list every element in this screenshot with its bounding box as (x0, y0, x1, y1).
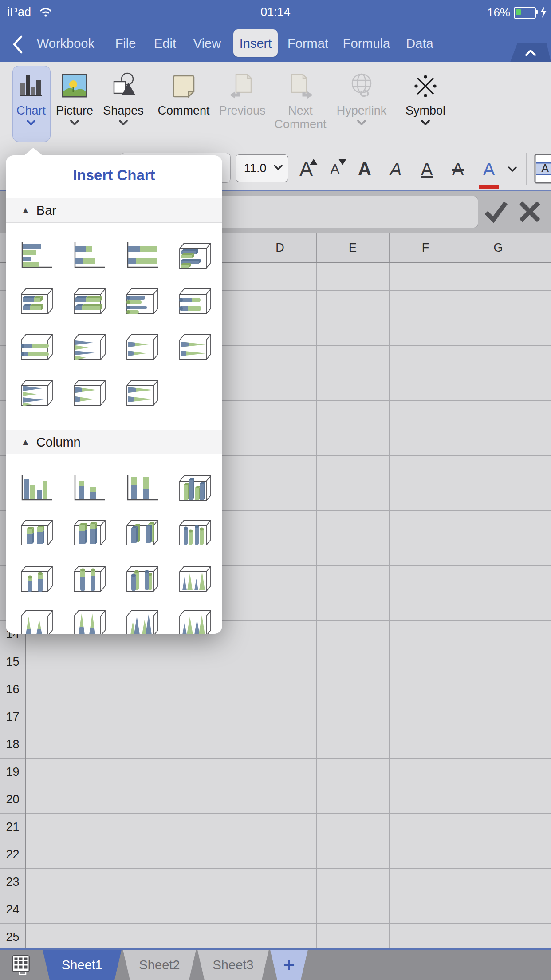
row-header-17[interactable]: 17 (0, 703, 25, 731)
chart-type-cone-column-clustered[interactable] (175, 564, 213, 596)
toolbar-divider (526, 153, 527, 185)
chart-type-cylinder-column-3d[interactable] (122, 564, 160, 596)
sheet-tab-sheet1[interactable]: Sheet1 (43, 950, 122, 980)
chart-type-cylinder-column-clustered[interactable] (175, 518, 213, 549)
tab-edit[interactable]: Edit (154, 36, 176, 51)
underline-button[interactable]: A (413, 154, 441, 185)
cancel-button[interactable] (517, 199, 542, 226)
chart-type-cone-bar-100-stacked[interactable] (175, 332, 213, 364)
back-button[interactable] (12, 35, 24, 56)
chevron-up-icon (524, 49, 537, 56)
insert-ribbon: Chart Picture Shapes Comment (0, 62, 551, 148)
battery-nub (536, 10, 538, 14)
strikethrough-button[interactable]: A (444, 154, 472, 185)
collapse-ribbon-button[interactable] (510, 43, 551, 62)
collapse-triangle-icon: ▲ (21, 437, 30, 447)
row-header-15[interactable]: 15 (0, 648, 25, 676)
chart-type-column-3d-100-stacked[interactable] (70, 518, 107, 549)
chevron-down-icon (328, 119, 395, 127)
collapse-triangle-icon: ▲ (21, 205, 30, 216)
chart-type-cone-bar-stacked[interactable] (122, 332, 160, 364)
tab-workbook[interactable]: Workbook (37, 36, 94, 51)
tab-view[interactable]: View (193, 36, 221, 51)
decrease-font-size-button[interactable]: A (321, 154, 349, 185)
next-comment-icon (267, 67, 334, 99)
tab-formula[interactable]: Formula (343, 36, 390, 51)
column-header-F[interactable]: F (389, 233, 462, 262)
sheet-grid-view-icon[interactable] (12, 955, 32, 977)
clock: 01:14 (0, 5, 551, 19)
font-color-swatch (479, 185, 499, 189)
column-header-E[interactable]: E (316, 233, 389, 262)
chart-type-cone-column-3d[interactable] (122, 608, 160, 634)
chart-type-pyramid-bar-clustered[interactable] (17, 378, 54, 410)
chart-type-bar-3d-100-stacked[interactable] (70, 286, 107, 318)
cell-text-format-button[interactable]: A (534, 154, 551, 186)
chart-type-column-3d-clustered[interactable] (175, 473, 213, 505)
column-header-G[interactable]: G (462, 233, 535, 262)
row-header-22[interactable]: 22 (0, 841, 25, 868)
comment-note-icon (150, 67, 217, 99)
chart-type-bar-clustered[interactable] (17, 241, 54, 273)
chart-type-pyramid-column-clustered[interactable] (175, 608, 213, 634)
sheet-tab-sheet2[interactable]: Sheet2 (123, 950, 196, 980)
font-size-dropdown[interactable]: 11.0 (236, 154, 288, 182)
font-color-chevron[interactable] (498, 154, 527, 185)
tab-file[interactable]: File (115, 36, 136, 51)
row-header-24[interactable]: 24 (0, 896, 25, 923)
globe-link-icon (328, 67, 395, 99)
chart-type-pyramid-bar-100-stacked[interactable] (122, 378, 160, 410)
bold-button[interactable]: A (350, 154, 379, 185)
sheet-bar: Sheet1Sheet2Sheet3+ (0, 950, 551, 980)
chart-type-bar-100-stacked[interactable] (122, 241, 160, 273)
chart-type-pyramid-bar-stacked[interactable] (70, 378, 107, 410)
italic-button[interactable]: A (382, 154, 410, 185)
symbol-button[interactable]: Symbol (392, 67, 459, 127)
section-header-column[interactable]: ▲ Column (6, 430, 222, 454)
chart-type-cone-column-stacked[interactable] (17, 608, 54, 634)
chevron-down-icon (274, 164, 283, 172)
chart-type-bar-3d-clustered[interactable] (175, 241, 213, 273)
hyperlink-button: Hyperlink (328, 67, 395, 127)
row-header-20[interactable]: 20 (0, 786, 25, 813)
chart-type-bar-stacked[interactable] (70, 241, 107, 273)
chart-type-cone-column-100-stacked[interactable] (70, 608, 107, 634)
chart-type-cylinder-bar-clustered[interactable] (122, 286, 160, 318)
tab-insert[interactable]: Insert (240, 36, 272, 51)
chart-type-cylinder-column-stacked[interactable] (17, 564, 54, 596)
row-header-16[interactable]: 16 (0, 676, 25, 703)
reference-mark-icon (392, 67, 459, 99)
chart-type-cone-bar-clustered[interactable] (70, 332, 107, 364)
accept-button[interactable] (484, 199, 508, 226)
tab-format[interactable]: Format (287, 36, 328, 51)
shapes-button[interactable]: Shapes (90, 67, 157, 127)
chart-type-cylinder-bar-100-stacked[interactable] (17, 332, 54, 364)
chart-type-column-100-stacked[interactable] (122, 473, 160, 505)
svg-text:A: A (541, 162, 549, 175)
tab-data[interactable]: Data (406, 36, 433, 51)
row-header-18[interactable]: 18 (0, 731, 25, 758)
section-header-bar[interactable]: ▲ Bar (6, 198, 222, 223)
row-header-23[interactable]: 23 (0, 868, 25, 896)
row-header-25[interactable]: 25 (0, 923, 25, 951)
row-header-21[interactable]: 21 (0, 813, 25, 841)
sheet-tab-sheet3[interactable]: Sheet3 (197, 950, 269, 980)
chart-type-column-clustered[interactable] (17, 473, 54, 505)
column-header-D[interactable]: D (244, 233, 316, 262)
chart-type-column-stacked[interactable] (70, 473, 107, 505)
insert-chart-popover: Insert Chart ▲ Bar ▲ Column (6, 155, 222, 634)
chart-type-column-3d[interactable] (122, 518, 160, 549)
shapes-icon (90, 67, 157, 99)
chart-type-bar-3d-stacked[interactable] (17, 286, 54, 318)
chart-type-cylinder-bar-stacked[interactable] (175, 286, 213, 318)
chevron-down-icon (392, 119, 459, 127)
battery-percent: 16% (486, 6, 510, 20)
row-header-19[interactable]: 19 (0, 758, 25, 786)
add-sheet-button[interactable]: + (270, 950, 308, 980)
chart-type-cylinder-column-100-stacked[interactable] (70, 564, 107, 596)
previous-comment-icon (209, 67, 276, 99)
comment-button[interactable]: Comment (150, 67, 217, 118)
increase-font-size-button[interactable]: A (292, 154, 320, 185)
chart-type-column-3d-stacked[interactable] (17, 518, 54, 549)
chevron-down-icon (90, 119, 157, 127)
